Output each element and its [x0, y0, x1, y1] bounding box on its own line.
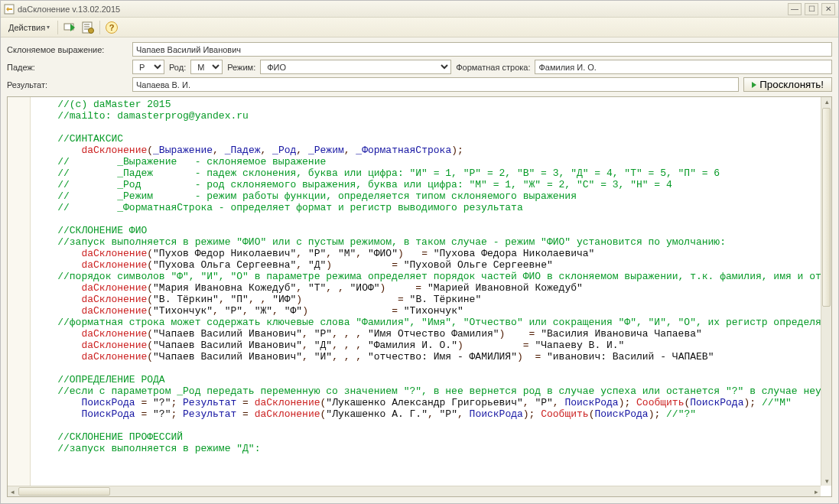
titlebar: daСклонение v.13.02.2015 ― ☐ ✕ — [1, 1, 838, 18]
toolbar-separator-2 — [99, 21, 100, 34]
result-label: Результат: — [7, 80, 128, 89]
padezh-label: Падеж: — [7, 63, 128, 72]
maximize-button[interactable]: ☐ — [805, 3, 818, 15]
vertical-scrollbar[interactable]: ▴ ▾ — [821, 97, 831, 486]
toolbar-separator — [57, 21, 58, 34]
close-button[interactable]: ✕ — [821, 3, 835, 15]
formatstr-label: Форматная строка: — [456, 63, 530, 72]
vertical-scroll-thumb[interactable] — [822, 108, 831, 307]
run-button[interactable]: Просклонять! — [743, 77, 832, 92]
padezh-select[interactable]: Р — [132, 60, 164, 74]
toolbar: Действия ▾ ? — [1, 18, 838, 37]
rezhim-select[interactable]: ФИО — [260, 60, 451, 74]
rezhim-label: Режим: — [227, 63, 255, 72]
run-button-label: Просклонять! — [759, 79, 824, 90]
chevron-down-icon: ▾ — [47, 24, 50, 31]
run-toolbar-button[interactable] — [63, 21, 76, 34]
text-tool-button[interactable] — [81, 21, 95, 34]
code-editor[interactable]: //(c) daMaster 2015 //mailto: damasterpr… — [7, 96, 832, 497]
svg-point-7 — [89, 28, 94, 33]
minimize-button[interactable]: ― — [788, 3, 802, 15]
app-icon — [4, 4, 15, 15]
expr-input[interactable] — [132, 42, 832, 57]
expr-label: Склоняемое выражение: — [7, 45, 128, 54]
window-controls: ― ☐ ✕ — [788, 3, 835, 15]
actions-menu-label: Действия — [8, 23, 45, 32]
app-window: daСклонение v.13.02.2015 ― ☐ ✕ Действия … — [0, 0, 839, 504]
formatstr-input[interactable] — [535, 60, 832, 74]
rod-select[interactable]: М — [190, 60, 223, 74]
scroll-down-icon[interactable]: ▾ — [822, 476, 831, 486]
horizontal-scroll-thumb[interactable] — [18, 487, 110, 496]
scroll-up-icon[interactable]: ▴ — [822, 97, 831, 106]
window-title: daСклонение v.13.02.2015 — [18, 5, 788, 14]
result-output[interactable] — [132, 77, 739, 92]
help-icon: ? — [106, 21, 118, 34]
actions-menu[interactable]: Действия ▾ — [5, 21, 53, 34]
code-content[interactable]: //(c) daMaster 2015 //mailto: damasterpr… — [31, 97, 821, 486]
scroll-right-icon[interactable]: ▸ — [811, 487, 821, 496]
help-button[interactable]: ? — [105, 21, 119, 34]
editor-gutter — [8, 97, 31, 486]
scroll-left-icon[interactable]: ◂ — [8, 487, 17, 496]
play-icon — [752, 82, 756, 88]
form-area: Склоняемое выражение: Падеж: Р Род: М Ре… — [1, 37, 838, 96]
horizontal-scrollbar[interactable]: ◂ ▸ — [8, 486, 821, 496]
rod-label: Род: — [169, 63, 186, 72]
